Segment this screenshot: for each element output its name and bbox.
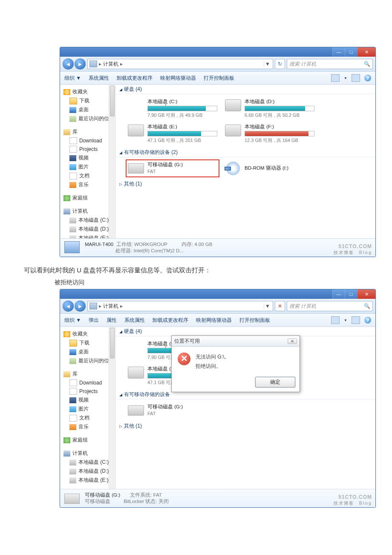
nav-projects[interactable]: Projects xyxy=(79,146,98,152)
nav-downloads[interactable]: 下载 xyxy=(79,97,89,104)
nav-drive-c[interactable]: 本地磁盘 (C:) xyxy=(78,459,109,466)
recent-icon xyxy=(69,116,76,122)
nav-back-button[interactable]: ◄ xyxy=(63,301,74,312)
nav-drive-d[interactable]: 本地磁盘 (D:) xyxy=(78,468,109,475)
computer-icon xyxy=(89,303,97,309)
toolbar-eject[interactable]: 弹出 xyxy=(89,317,99,324)
breadcrumb-item[interactable]: 计算机 xyxy=(103,61,118,68)
nav-libraries[interactable]: 库 xyxy=(72,128,78,136)
nav-drive-e[interactable]: 本地磁盘 (E:) xyxy=(78,477,109,484)
folder-icon xyxy=(69,146,77,153)
nav-libraries[interactable]: 库 xyxy=(72,370,78,378)
nav-favorites[interactable]: 收藏夹 xyxy=(72,88,88,95)
drive-e[interactable]: 本地磁盘 (E:)47.1 GB 可用 , 共 201 GB xyxy=(126,122,219,145)
toolbar-map-drive[interactable]: 映射网络驱动器 xyxy=(196,317,232,324)
bdrom-icon xyxy=(226,162,240,175)
nav-desktop[interactable]: 桌面 xyxy=(78,106,89,113)
nav-pictures[interactable]: 图片 xyxy=(78,163,89,171)
nav-drive-c[interactable]: 本地磁盘 (C:) xyxy=(78,217,109,224)
titlebar: — □ ✕ xyxy=(60,47,375,57)
maximize-button[interactable]: □ xyxy=(345,289,357,299)
breadcrumb[interactable]: ▸ 计算机 ▸ ▼ xyxy=(87,301,273,311)
nav-desktop[interactable]: 桌面 xyxy=(78,348,89,356)
section-hard-disks[interactable]: ◢硬盘 (4) xyxy=(116,327,375,336)
nav-download-lib[interactable]: Download xyxy=(79,380,102,386)
nav-videos[interactable]: 视频 xyxy=(78,396,89,404)
close-button[interactable]: ✕ xyxy=(357,289,375,299)
dialog-close-button[interactable]: ✕ xyxy=(288,338,297,344)
drive-f[interactable]: 本地磁盘 (F:)12.3 GB 可用 , 共 164 GB xyxy=(223,122,316,145)
toolbar-uninstall[interactable]: 卸载或更改程序 xyxy=(117,75,153,82)
drive-g-removable[interactable]: 可移动磁盘 (G:)FAT xyxy=(126,402,219,419)
minimize-button[interactable]: — xyxy=(332,289,345,299)
toolbar-control-panel[interactable]: 打开控制面板 xyxy=(204,75,234,82)
usb-large-icon xyxy=(64,492,80,505)
nav-homegroup[interactable]: 家庭组 xyxy=(72,194,88,202)
section-other[interactable]: ▷其他 (1) xyxy=(116,422,375,431)
toolbar-control-panel[interactable]: 打开控制面板 xyxy=(239,317,270,324)
section-other[interactable]: ▷其他 (1) xyxy=(116,179,375,188)
nav-projects[interactable]: Projects xyxy=(79,388,98,394)
view-button[interactable] xyxy=(331,316,340,324)
nav-documents[interactable]: 文档 xyxy=(79,172,89,179)
nav-forward-button[interactable]: ► xyxy=(75,301,86,312)
breadcrumb-item[interactable]: 计算机 xyxy=(103,303,118,310)
section-removable[interactable]: ◢有可移动存储的设备 (2) xyxy=(116,148,375,157)
nav-computer[interactable]: 计算机 xyxy=(72,208,88,215)
dialog-ok-button[interactable]: 确定 xyxy=(255,377,295,387)
minimize-button[interactable]: — xyxy=(332,47,345,57)
toolbar-organize[interactable]: 组织 ▼ xyxy=(64,317,81,324)
search-input[interactable]: 搜索 计算机 🔍 xyxy=(287,301,373,311)
nav-computer[interactable]: 计算机 xyxy=(72,450,88,457)
nav-scrollbar[interactable] xyxy=(109,327,115,489)
nav-scrollbar[interactable] xyxy=(109,85,115,238)
view-button[interactable] xyxy=(331,74,340,82)
drive-d[interactable]: 本地磁盘 (D:)6.68 GB 可用 , 共 50.2 GB xyxy=(223,97,316,120)
stop-button[interactable]: ✕ xyxy=(275,301,285,311)
document-icon xyxy=(69,173,77,179)
computer-large-icon xyxy=(64,241,80,254)
nav-music[interactable]: 音乐 xyxy=(78,181,89,188)
section-hard-disks[interactable]: ◢硬盘 (4) xyxy=(116,85,375,94)
hdd-icon xyxy=(225,124,241,136)
breadcrumb-dropdown[interactable]: ▼ xyxy=(264,303,271,309)
breadcrumb-dropdown[interactable]: ▼ xyxy=(264,61,271,67)
toolbar-properties[interactable]: 属性 xyxy=(107,317,117,324)
drive-c[interactable]: 本地磁盘 (C:)7.90 GB 可用 , 共 49.9 GB xyxy=(126,97,219,120)
nav-homegroup[interactable]: 家庭组 xyxy=(72,436,88,444)
toolbar-map-drive[interactable]: 映射网络驱动器 xyxy=(160,75,196,82)
nav-downloads[interactable]: 下载 xyxy=(79,339,89,347)
dialog-titlebar: 位置不可用 ✕ xyxy=(172,336,300,347)
nav-favorites[interactable]: 收藏夹 xyxy=(72,330,88,338)
refresh-button[interactable]: ↻ xyxy=(275,59,285,69)
hdd-icon xyxy=(128,124,144,136)
nav-drive-e[interactable]: 本地磁盘 (E:) xyxy=(78,234,109,238)
help-button[interactable]: ? xyxy=(364,317,371,324)
nav-music[interactable]: 音乐 xyxy=(78,423,89,431)
nav-pictures[interactable]: 图片 xyxy=(78,405,89,413)
close-button[interactable]: ✕ xyxy=(357,47,375,57)
search-icon: 🔍 xyxy=(364,61,370,67)
drive-i-bdrom[interactable]: BD-ROM 驱动器 (I:) xyxy=(223,160,316,177)
drive-g-removable[interactable]: 可移动磁盘 (G:)FAT xyxy=(126,160,219,177)
nav-drive-d[interactable]: 本地磁盘 (D:) xyxy=(78,225,109,233)
status-bar: 可移动磁盘 (G:) 文件系统: FAT 可移动磁盘 BitLocker 状态:… xyxy=(60,489,375,507)
maximize-button[interactable]: □ xyxy=(345,47,357,57)
help-button[interactable]: ? xyxy=(364,75,371,81)
nav-videos[interactable]: 视频 xyxy=(78,154,89,162)
toolbar-uninstall[interactable]: 卸载或更改程序 xyxy=(153,317,188,324)
hdd-icon xyxy=(225,99,241,111)
nav-back-button[interactable]: ◄ xyxy=(63,58,74,69)
toolbar-system-props[interactable]: 系统属性 xyxy=(89,75,109,82)
nav-download-lib[interactable]: Download xyxy=(79,138,102,144)
breadcrumb[interactable]: ▸ 计算机 ▸ ▼ xyxy=(87,59,273,69)
nav-forward-button[interactable]: ► xyxy=(75,58,86,69)
preview-pane-button[interactable] xyxy=(352,74,360,82)
toolbar-system-props[interactable]: 系统属性 xyxy=(124,317,145,324)
preview-pane-button[interactable] xyxy=(352,316,360,324)
nav-documents[interactable]: 文档 xyxy=(79,414,89,422)
search-input[interactable]: 搜索 计算机 🔍 xyxy=(287,59,373,69)
folder-icon xyxy=(69,137,77,144)
music-icon xyxy=(69,182,76,188)
toolbar-organize[interactable]: 组织 ▼ xyxy=(64,75,81,82)
